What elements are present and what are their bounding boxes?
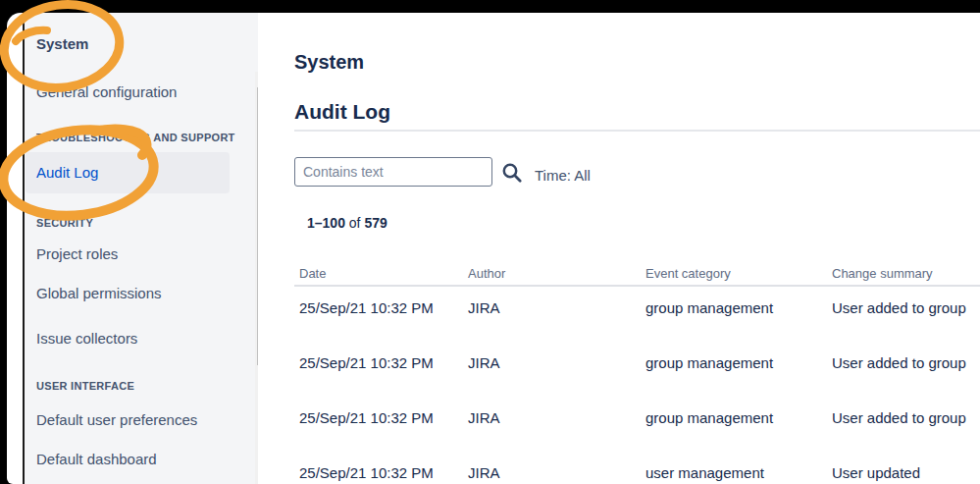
sidebar-item-project-roles[interactable]: Project roles — [36, 245, 118, 262]
search-icon[interactable] — [501, 162, 523, 184]
cell-date: 25/Sep/21 10:32 PM — [299, 354, 434, 371]
search-input[interactable] — [294, 157, 492, 187]
screenshot-stage: System General configuration TROUBLESHOO… — [0, 0, 980, 484]
results-total: 579 — [364, 215, 387, 231]
results-of: of — [345, 215, 364, 231]
cell-change-summary: User added to group — [832, 299, 966, 316]
results-range: 1–100 — [307, 215, 345, 231]
title-divider — [294, 130, 980, 132]
results-count: 1–100 of 579 — [307, 215, 387, 231]
cell-change-summary: User added to group — [832, 354, 966, 371]
cell-date: 25/Sep/21 10:32 PM — [299, 409, 434, 426]
sidebar-section-security: SECURITY — [36, 217, 93, 229]
cell-author: JIRA — [468, 354, 500, 371]
sidebar-section-user-interface: USER INTERFACE — [36, 380, 134, 392]
cell-change-summary: User added to group — [832, 409, 966, 426]
breadcrumb-system-heading: System — [294, 51, 364, 74]
time-filter-dropdown[interactable]: Time: All — [535, 167, 591, 184]
sidebar-item-issue-collectors[interactable]: Issue collectors — [36, 330, 137, 347]
table-row: 25/Sep/21 10:32 PM JIRA group management… — [7, 354, 980, 374]
sidebar-title-system: System — [36, 35, 88, 52]
app-window: System General configuration TROUBLESHOO… — [7, 13, 980, 484]
cell-date: 25/Sep/21 10:32 PM — [299, 464, 434, 481]
table-row: 25/Sep/21 10:32 PM JIRA group management… — [7, 299, 980, 319]
table-row: 25/Sep/21 10:32 PM JIRA group management… — [7, 409, 980, 429]
page-title: Audit Log — [294, 100, 390, 124]
sidebar-item-audit-log[interactable]: Audit Log — [36, 152, 98, 193]
column-header-event-category: Event category — [645, 266, 731, 281]
sidebar-section-troubleshooting: TROUBLESHOOTING AND SUPPORT — [36, 132, 235, 143]
cell-author: JIRA — [468, 299, 500, 316]
table-header-border — [294, 285, 980, 287]
table-row: 25/Sep/21 10:32 PM JIRA user management … — [7, 464, 980, 484]
cell-event-category: group management — [645, 409, 773, 426]
cell-event-category: user management — [645, 464, 764, 481]
cell-event-category: group management — [645, 354, 773, 371]
table-header-row: Date Author Event category Change summar… — [7, 266, 980, 284]
cell-author: JIRA — [468, 464, 500, 481]
sidebar-item-general-configuration[interactable]: General configuration — [36, 83, 177, 100]
column-header-date: Date — [299, 266, 326, 281]
column-header-change-summary: Change summary — [832, 266, 933, 281]
cell-change-summary: User updated — [832, 464, 920, 481]
cell-event-category: group management — [645, 299, 773, 316]
column-header-author: Author — [468, 266, 505, 281]
cell-date: 25/Sep/21 10:32 PM — [299, 299, 434, 316]
cell-author: JIRA — [468, 409, 500, 426]
